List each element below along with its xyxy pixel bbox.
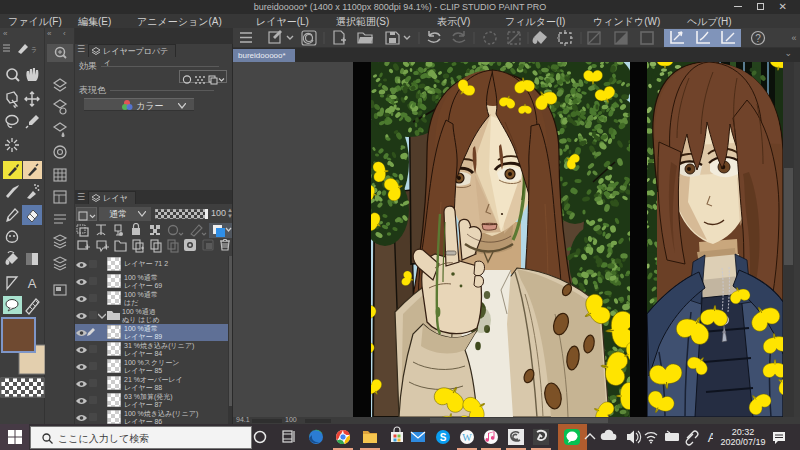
svg-text:?: ? (755, 33, 761, 44)
svg-text:ラ: ラ (31, 47, 37, 53)
svg-text:S: S (440, 432, 447, 443)
svg-text:W: W (462, 432, 472, 443)
svg-text:«: « (791, 33, 796, 43)
svg-text:A: A (708, 430, 713, 445)
svg-text:A: A (28, 276, 37, 291)
